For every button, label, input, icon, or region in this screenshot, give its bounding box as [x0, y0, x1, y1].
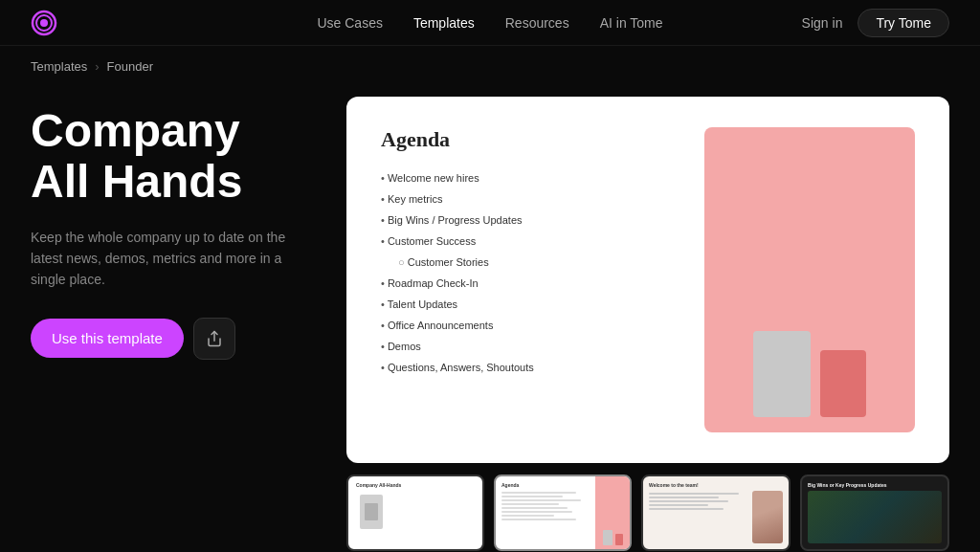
agenda-item-10: Questions, Answers, Shoutouts	[381, 357, 681, 378]
page-description: Keep the whole company up to date on the…	[31, 227, 308, 291]
breadcrumb: Templates › Founder	[0, 46, 980, 87]
agenda-item-9: Demos	[381, 336, 681, 357]
agenda-item-2: Key metrics	[381, 188, 681, 210]
nav-use-cases[interactable]: Use Cases	[317, 15, 382, 31]
main-slide-preview: Agenda Welcome new hires Key metrics Big…	[346, 97, 949, 463]
nav-templates[interactable]: Templates	[413, 15, 475, 31]
nav-right: Sign in Try Tome	[802, 9, 949, 37]
slide-graphic	[704, 127, 915, 432]
sign-in-link[interactable]: Sign in	[802, 15, 843, 31]
thumb-4-title: Big Wins or Key Progress Updates	[808, 482, 942, 488]
agenda-item-1: Welcome new hires	[381, 167, 681, 188]
share-button[interactable]	[193, 318, 235, 360]
slide-content: Agenda Welcome new hires Key metrics Big…	[346, 97, 949, 463]
slide-thumbnails: Company All-Hands	[346, 475, 949, 551]
agenda-item-5: Customer Stories	[381, 252, 681, 273]
agenda-section: Agenda Welcome new hires Key metrics Big…	[381, 127, 681, 432]
action-buttons: Use this template	[31, 318, 308, 360]
agenda-item-7: Talent Updates	[381, 294, 681, 315]
nav-resources[interactable]: Resources	[505, 15, 569, 31]
breadcrumb-parent[interactable]: Templates	[31, 59, 87, 74]
graphic-box-gray	[753, 331, 811, 417]
thumbnail-2[interactable]: Agenda	[494, 475, 632, 551]
left-panel: Company All Hands Keep the whole company…	[31, 87, 308, 551]
thumb-3-content	[649, 491, 783, 543]
nav-links: Use Cases Templates Resources AI in Tome	[317, 15, 662, 31]
agenda-item-3: Big Wins / Progress Updates	[381, 210, 681, 231]
thumb-2-content: Agenda	[496, 476, 595, 549]
thumbnail-1[interactable]: Company All-Hands	[346, 475, 484, 551]
try-tome-button[interactable]: Try Tome	[858, 9, 949, 37]
breadcrumb-separator: ›	[95, 59, 99, 74]
logo[interactable]	[31, 10, 57, 36]
page-title: Company All Hands	[31, 106, 308, 208]
agenda-item-4: Customer Success	[381, 231, 681, 252]
use-template-button[interactable]: Use this template	[31, 319, 184, 358]
agenda-item-8: Office Announcements	[381, 315, 681, 336]
thumb-3-title: Welcome to the team!	[649, 482, 783, 488]
thumb-2-graphic	[595, 476, 630, 549]
agenda-title: Agenda	[381, 127, 681, 152]
breadcrumb-current: Founder	[107, 59, 153, 74]
thumb-4-image	[808, 491, 942, 543]
agenda-list: Welcome new hires Key metrics Big Wins /…	[381, 167, 681, 378]
main-content: Company All Hands Keep the whole company…	[0, 87, 980, 551]
thumb-3-image	[752, 491, 783, 543]
nav-ai-in-tome[interactable]: AI in Tome	[600, 15, 663, 31]
graphic-box-pink	[820, 350, 866, 417]
thumb-1-label: Company All-Hands	[356, 482, 401, 489]
thumbnail-4[interactable]: Big Wins or Key Progress Updates	[800, 475, 949, 551]
thumb-2-heading: Agenda	[501, 482, 590, 488]
right-panel: Agenda Welcome new hires Key metrics Big…	[346, 87, 949, 551]
agenda-item-6: Roadmap Check-In	[381, 273, 681, 294]
navigation: Use Cases Templates Resources AI in Tome…	[0, 0, 980, 46]
thumbnail-3[interactable]: Welcome to the team!	[641, 475, 791, 551]
